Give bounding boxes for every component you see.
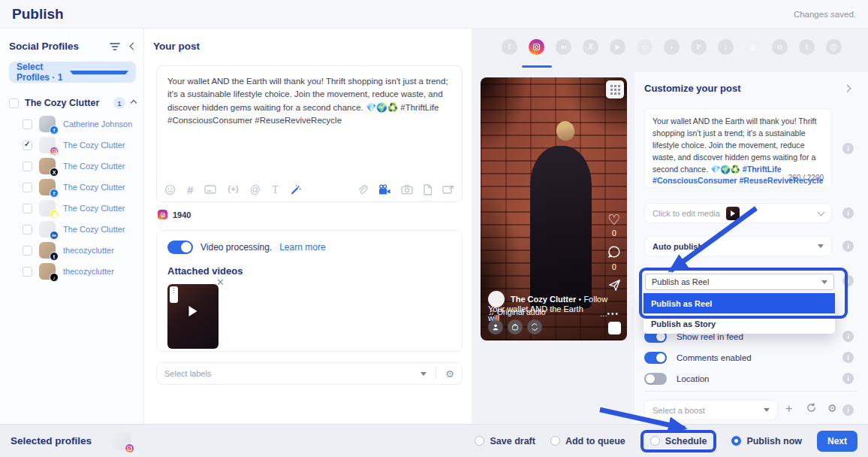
profile-row[interactable]: The Cozy Clutter <box>9 198 136 219</box>
menu-option-reel[interactable]: Publish as Reel <box>643 293 835 313</box>
location-toggle[interactable] <box>644 373 667 385</box>
profile-checkbox[interactable] <box>23 120 32 129</box>
play-icon[interactable] <box>189 306 197 316</box>
facebook-icon: f <box>50 126 59 135</box>
publish-type-select[interactable]: Publish as Reel <box>645 274 834 290</box>
learn-more-link[interactable]: Learn more <box>279 242 325 253</box>
post-text-editor[interactable]: Your wallet AND the Earth will thank you… <box>156 65 463 202</box>
select-boost-dropdown[interactable]: Select a boost <box>644 400 778 420</box>
profile-checkbox[interactable] <box>23 267 32 277</box>
customize-post-text[interactable]: Your wallet AND the Earth will thank you… <box>644 108 832 188</box>
chevron-down-icon <box>420 372 426 376</box>
chevron-down-icon <box>70 71 129 74</box>
character-count: 1940 <box>173 210 191 219</box>
profile-checkbox[interactable] <box>23 162 32 171</box>
chevron-down-icon <box>764 408 770 412</box>
chevron-down-icon <box>821 280 827 284</box>
video-menu-icon[interactable]: ⋮ <box>170 286 178 303</box>
avatar: X <box>39 158 56 174</box>
video-processing-label: Video processing. <box>200 242 272 253</box>
refresh-icon[interactable] <box>806 403 816 414</box>
emoji-icon[interactable] <box>164 184 176 195</box>
selected-profiles-label: Selected profiles <box>11 435 92 446</box>
avatar <box>39 200 56 216</box>
edit-media-field[interactable]: Click to edit media <box>644 203 832 223</box>
like-count: 0 <box>605 228 623 238</box>
collapse-group-icon[interactable] <box>131 100 137 106</box>
profile-checkbox[interactable] <box>23 204 32 213</box>
remix-icon <box>527 319 542 334</box>
publish-now-radio[interactable]: Publish now <box>731 436 802 446</box>
camera-icon[interactable] <box>401 184 413 195</box>
remove-video-icon[interactable]: ✕ <box>216 277 225 288</box>
top-header: Publish Changes saved. <box>0 0 868 29</box>
profile-checkbox[interactable] <box>23 246 32 256</box>
labels-settings-gear-icon[interactable]: ⚙ <box>445 369 454 379</box>
profile-row[interactable]: The Cozy Clutter <box>9 135 136 156</box>
select-profiles-dropdown[interactable]: Select Profiles · 1 <box>9 62 136 83</box>
add-to-queue-radio[interactable]: Add to queue <box>550 436 625 446</box>
info-icon[interactable]: i <box>842 404 854 416</box>
info-icon[interactable]: i <box>842 331 854 342</box>
info-icon[interactable]: i <box>842 275 854 286</box>
customize-title: Customize your post <box>644 83 741 94</box>
text-format-icon[interactable]: T <box>272 184 279 195</box>
collapse-panel-icon[interactable] <box>844 85 851 92</box>
page-title: Publish <box>12 6 64 23</box>
profile-checkbox[interactable] <box>23 225 32 235</box>
gear-icon[interactable]: ⚙ <box>827 403 837 413</box>
media-library-icon[interactable] <box>442 184 454 195</box>
info-icon[interactable]: i <box>842 241 854 252</box>
profile-row[interactable]: ♪ thecozyclutter <box>9 261 136 282</box>
snapchat-icon <box>50 210 59 219</box>
publish-page: Publish Changes saved. Social Profiles S… <box>0 0 868 457</box>
video-settings-card: Video processing. Learn more Attached vi… <box>156 230 463 352</box>
ai-wand-icon[interactable] <box>290 183 302 195</box>
avatar: ♪ <box>39 263 56 280</box>
attached-video-thumbnail[interactable]: ⋮ ✕ <box>167 284 219 349</box>
profile-row[interactable]: t thecozyclutter <box>9 240 136 261</box>
next-button[interactable]: Next <box>817 431 857 452</box>
like-icon: ♡ <box>605 213 623 227</box>
post-editor-panel: Your post Your wallet AND the Earth will… <box>144 29 472 424</box>
profile-row[interactable]: X The Cozy Clutter <box>9 156 136 177</box>
profile-row[interactable]: f The Cozy Clutter <box>9 177 136 198</box>
hashtag-icon[interactable]: # <box>187 184 193 195</box>
grid-view-icon[interactable] <box>606 80 624 98</box>
file-icon[interactable] <box>423 184 432 195</box>
media-thumbnail <box>726 207 740 220</box>
auto-publish-dropdown[interactable]: Auto publish <box>644 236 832 256</box>
link-icon[interactable] <box>357 184 368 195</box>
profile-checkbox[interactable] <box>23 183 32 192</box>
schedule-radio[interactable]: Schedule <box>650 436 707 446</box>
template-icon[interactable] <box>204 184 216 195</box>
video-icon[interactable] <box>378 184 391 195</box>
tag-people-icon <box>488 319 503 334</box>
menu-option-story[interactable]: Publish as Story <box>643 313 835 334</box>
snippet-icon[interactable]: (+) <box>228 185 238 194</box>
collapse-sidebar-icon[interactable] <box>130 43 137 50</box>
profile-group-header[interactable]: The Cozy Clutter 1 <box>9 97 136 109</box>
profile-row[interactable]: in The Cozy Clutter <box>9 219 136 240</box>
profile-checkbox[interactable] <box>23 141 32 150</box>
select-labels-placeholder: Select labels <box>164 369 420 378</box>
share-icon <box>605 279 623 294</box>
plus-icon[interactable]: + <box>785 403 792 415</box>
post-text[interactable]: Your wallet AND the Earth will thank you… <box>157 66 462 137</box>
group-checkbox[interactable] <box>9 98 19 108</box>
info-icon[interactable]: i <box>842 143 854 154</box>
selected-count-badge: 1 <box>113 97 125 109</box>
video-processing-toggle[interactable] <box>167 241 193 254</box>
info-icon[interactable]: i <box>842 207 854 219</box>
comments-toggle[interactable] <box>644 352 667 364</box>
footer-bar: Selected profiles Save draft Add to queu… <box>0 424 868 457</box>
mention-icon[interactable]: @ <box>250 184 261 195</box>
more-options-icon: ••• <box>607 310 619 318</box>
filter-icon[interactable] <box>110 42 120 51</box>
profile-row[interactable]: f Catherine Johnson <box>9 113 136 135</box>
info-icon[interactable]: i <box>842 373 854 384</box>
save-draft-radio[interactable]: Save draft <box>475 436 535 446</box>
select-labels-field[interactable]: Select labels ⚙ <box>156 362 463 385</box>
shopping-bag-icon <box>508 319 523 334</box>
info-icon[interactable]: i <box>842 352 854 363</box>
